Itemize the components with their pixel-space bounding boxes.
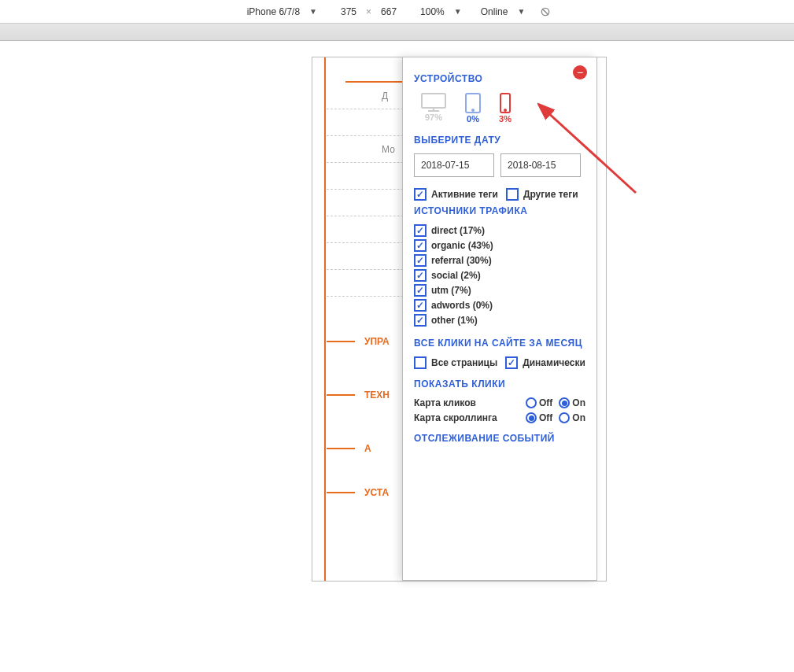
devtools-bar: iPhone 6/7/8 ▼ 375 × 667 100% ▼ Online ▼ bbox=[0, 0, 794, 24]
checkbox-icon bbox=[414, 254, 427, 267]
scroll-map-row: Карта скроллинга Off On bbox=[414, 412, 585, 423]
heading-clicks-month: ВСЕ КЛИКИ НА САЙТЕ ЗА МЕСЯЦ bbox=[414, 338, 585, 349]
section-rule bbox=[327, 394, 355, 396]
radio-icon bbox=[526, 412, 537, 423]
date-range bbox=[414, 153, 585, 177]
section-title: ТЕХН bbox=[364, 390, 390, 401]
network-label: Online bbox=[481, 6, 508, 17]
all-pages-item[interactable]: Все страницы bbox=[414, 356, 497, 369]
viewport-sep: × bbox=[366, 6, 371, 17]
source-item[interactable]: adwords (0%) bbox=[414, 299, 585, 312]
device-select[interactable]: iPhone 6/7/8 ▼ bbox=[242, 6, 322, 17]
heading-sources: ИСТОЧНИКИ ТРАФИКА bbox=[414, 205, 585, 216]
checkbox-icon bbox=[506, 188, 519, 201]
date-to-input[interactable] bbox=[500, 153, 581, 177]
rotate-icon[interactable] bbox=[539, 6, 552, 18]
source-label: adwords (0%) bbox=[431, 300, 493, 311]
source-label: social (2%) bbox=[431, 270, 481, 281]
svg-point-8 bbox=[504, 109, 506, 111]
off-label: Off bbox=[539, 412, 552, 423]
device-label: iPhone 6/7/8 bbox=[247, 6, 300, 17]
checkbox-icon bbox=[414, 239, 427, 252]
svg-point-6 bbox=[472, 109, 474, 111]
radio-icon bbox=[526, 397, 537, 408]
heading-show-clicks: ПОКАЗАТЬ КЛИКИ bbox=[414, 378, 585, 390]
dynamic-pages-label: Динамически bbox=[523, 357, 585, 368]
pages-filter-row: Все страницы Динамически bbox=[414, 356, 585, 369]
placeholder-text: Мо bbox=[382, 144, 395, 155]
date-from-input[interactable] bbox=[414, 153, 494, 177]
section-rule bbox=[327, 448, 355, 449]
checkbox-icon bbox=[505, 356, 518, 369]
source-item[interactable]: referral (30%) bbox=[414, 254, 585, 267]
off-label: Off bbox=[539, 397, 552, 408]
heading-device: УСТРОЙСТВО bbox=[414, 73, 585, 84]
viewport-height[interactable]: 667 bbox=[381, 6, 397, 17]
source-label: direct (17%) bbox=[431, 225, 485, 236]
source-label: organic (43%) bbox=[431, 240, 493, 251]
click-map-on[interactable]: On bbox=[559, 397, 585, 408]
zoom-select[interactable]: 100% ▼ bbox=[415, 6, 467, 17]
traffic-sources: direct (17%) organic (43%) referral (30%… bbox=[414, 224, 585, 327]
close-button[interactable]: − bbox=[573, 65, 587, 79]
phone-icon bbox=[499, 92, 511, 114]
scroll-map-label: Карта скроллинга bbox=[414, 412, 497, 423]
chevron-down-icon: ▼ bbox=[309, 7, 317, 16]
device-desktop-pct: 97% bbox=[425, 113, 442, 122]
click-map-off[interactable]: Off bbox=[526, 397, 552, 408]
on-label: On bbox=[572, 412, 585, 423]
ruler-bar bbox=[0, 24, 794, 41]
source-item[interactable]: social (2%) bbox=[414, 269, 585, 282]
section-divider bbox=[345, 72, 408, 83]
zoom-label: 100% bbox=[420, 6, 445, 17]
other-tags-label: Другие теги bbox=[523, 189, 578, 200]
chevron-down-icon: ▼ bbox=[517, 7, 525, 16]
source-item[interactable]: other (1%) bbox=[414, 314, 585, 327]
section-title: УПРА bbox=[364, 336, 390, 347]
tag-filter-row: Активние теги Другие теги bbox=[414, 188, 585, 201]
scroll-map-off[interactable]: Off bbox=[526, 412, 552, 423]
active-tags-label: Активние теги bbox=[431, 189, 498, 200]
source-item[interactable]: organic (43%) bbox=[414, 239, 585, 252]
svg-line-1 bbox=[542, 9, 548, 15]
section-rule bbox=[327, 341, 355, 342]
checkbox-icon bbox=[414, 269, 427, 282]
click-map-label: Карта кликов bbox=[414, 397, 476, 408]
click-map-row: Карта кликов Off On bbox=[414, 397, 585, 408]
tablet-icon bbox=[464, 92, 482, 114]
section-title: УСТА bbox=[364, 487, 389, 498]
network-select[interactable]: Online ▼ bbox=[476, 6, 530, 17]
device-picker: 97% 0% 3% bbox=[420, 92, 585, 124]
section-title: А bbox=[364, 443, 371, 454]
on-label: On bbox=[572, 397, 585, 408]
checkbox-icon bbox=[414, 299, 427, 312]
device-desktop[interactable]: 97% bbox=[420, 92, 447, 124]
stage: Д Мо УПРА Количество а настройк ТЕХН А П… bbox=[0, 41, 794, 672]
scroll-map-on[interactable]: On bbox=[559, 412, 585, 423]
all-pages-label: Все страницы bbox=[431, 357, 497, 368]
source-item[interactable]: utm (7%) bbox=[414, 284, 585, 297]
source-item[interactable]: direct (17%) bbox=[414, 224, 585, 237]
checkbox-icon bbox=[414, 314, 427, 327]
device-tablet[interactable]: 0% bbox=[464, 92, 482, 124]
heading-events: ОТСЛЕЖИВАНИЕ СОБЫТИЙ bbox=[414, 433, 585, 444]
checkbox-icon bbox=[414, 188, 427, 201]
source-label: other (1%) bbox=[431, 315, 478, 326]
viewport-width[interactable]: 375 bbox=[341, 6, 356, 17]
chevron-down-icon: ▼ bbox=[454, 7, 462, 16]
source-label: referral (30%) bbox=[431, 255, 492, 266]
desktop-icon bbox=[420, 92, 447, 113]
placeholder-text: Д bbox=[382, 90, 388, 102]
device-phone-pct: 3% bbox=[499, 114, 511, 124]
dynamic-pages-item[interactable]: Динамически bbox=[505, 356, 585, 369]
other-tags-item[interactable]: Другие теги bbox=[506, 188, 578, 201]
radio-icon bbox=[559, 412, 570, 423]
active-tags-item[interactable]: Активние теги bbox=[414, 188, 498, 201]
checkbox-icon bbox=[414, 284, 427, 297]
svg-rect-2 bbox=[422, 94, 445, 108]
device-tablet-pct: 0% bbox=[467, 114, 479, 124]
checkbox-icon bbox=[414, 224, 427, 237]
device-phone[interactable]: 3% bbox=[499, 92, 511, 124]
filter-panel: − УСТРОЙСТВО 97% 0% 3% ВЫБЕРИТЕ ДАТУ Акт… bbox=[402, 57, 597, 581]
source-label: utm (7%) bbox=[431, 285, 471, 296]
